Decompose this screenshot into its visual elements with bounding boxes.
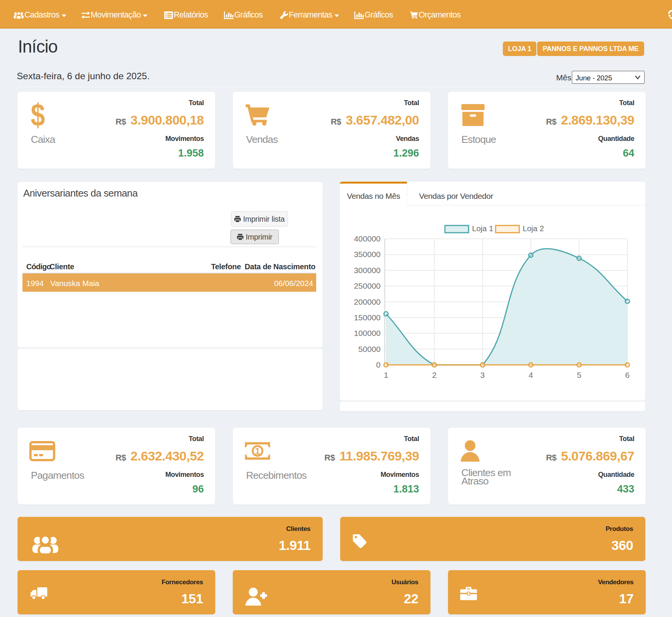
svg-text:1: 1 [255, 446, 260, 456]
svg-text:100000: 100000 [354, 329, 381, 337]
svg-text:400000: 400000 [354, 234, 381, 243]
svg-text:2: 2 [432, 371, 437, 379]
svg-text:250000: 250000 [354, 281, 381, 290]
svg-text:3: 3 [480, 371, 485, 379]
svg-text:300000: 300000 [354, 266, 381, 275]
svg-text:0: 0 [376, 360, 381, 369]
svg-text:150000: 150000 [354, 313, 381, 322]
svg-text:200000: 200000 [354, 297, 381, 306]
svg-text:5: 5 [577, 371, 581, 379]
svg-text:350000: 350000 [354, 250, 381, 259]
svg-text:1: 1 [384, 371, 388, 379]
svg-text:Loja 1: Loja 1 [472, 224, 493, 233]
svg-text:Loja 2: Loja 2 [523, 224, 544, 233]
svg-text:50000: 50000 [358, 345, 381, 353]
svg-text:6: 6 [625, 371, 630, 379]
svg-text:4: 4 [529, 371, 533, 379]
